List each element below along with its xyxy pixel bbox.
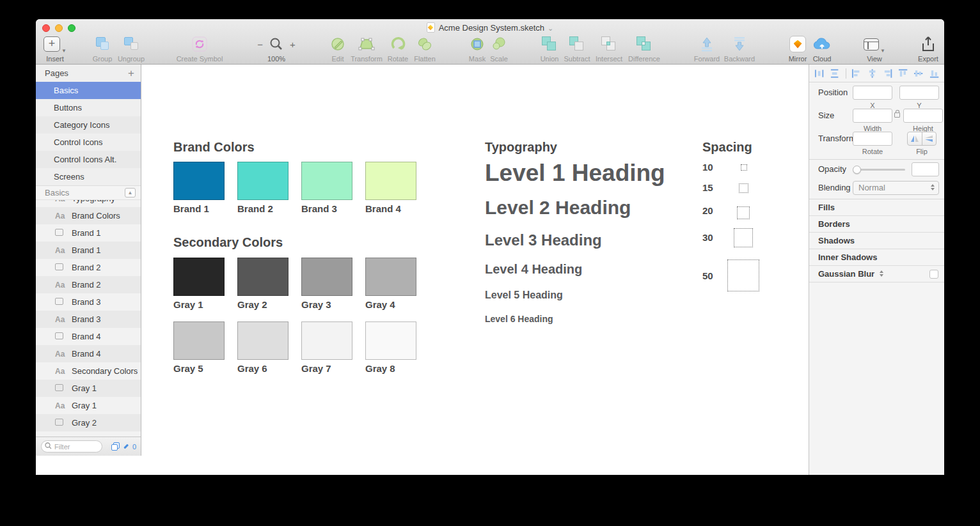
text-layer-icon: Aa — [55, 246, 67, 255]
page-item-screens[interactable]: Screens — [36, 168, 141, 185]
flip-buttons[interactable] — [907, 132, 937, 146]
layer-row[interactable]: Brand 4 — [36, 328, 141, 345]
swatch-cell[interactable]: Gray 7 — [301, 321, 354, 374]
page-item-control-icons-alt[interactable]: Control Icons Alt. — [36, 151, 141, 168]
cloud-button[interactable]: Cloud — [799, 35, 845, 63]
swatch-cell[interactable]: Gray 8 — [365, 321, 418, 374]
level-5-heading[interactable]: Level 5 Heading — [485, 290, 563, 301]
page-item-basics[interactable]: Basics — [36, 82, 141, 99]
transform-row: Transform Rotate Flip — [809, 132, 944, 159]
title-chevron-icon[interactable]: ⌄ — [548, 24, 553, 32]
swatch-cell[interactable]: Gray 4 — [365, 258, 418, 310]
opacity-slider-knob[interactable] — [853, 166, 861, 174]
page-item-buttons[interactable]: Buttons — [36, 99, 141, 116]
position-y-input[interactable] — [899, 86, 939, 100]
layer-row[interactable]: Brand 2 — [36, 259, 141, 276]
layer-row[interactable]: Gray 2 — [36, 414, 141, 431]
lock-aspect-icon[interactable] — [894, 112, 900, 118]
layer-row[interactable]: AaBrand 2 — [36, 276, 141, 293]
blending-select[interactable]: Normal — [853, 181, 939, 195]
swatch-cell[interactable]: Brand 3 — [301, 162, 354, 214]
flip-horizontal-icon[interactable] — [908, 132, 922, 145]
export-button[interactable]: Export — [905, 35, 944, 63]
layer-row[interactable]: AaSecondary Colors — [36, 362, 141, 380]
zoom-out-button[interactable]: − — [257, 39, 263, 50]
swatch-cell[interactable]: Brand 2 — [237, 162, 290, 214]
collapse-artboard-icon[interactable]: ▲ — [125, 188, 136, 197]
show-slices-icon[interactable] — [111, 442, 117, 451]
swatch-cell[interactable]: Gray 3 — [301, 258, 354, 310]
borders-section[interactable]: Borders — [809, 216, 944, 233]
distribute-horizontally-icon[interactable] — [814, 68, 824, 79]
swatch-cell[interactable]: Brand 1 — [173, 162, 226, 214]
swatch-cell[interactable]: Gray 1 — [173, 258, 226, 310]
canvas-artboard[interactable]: Brand Colors Brand 1 Brand 2 Brand 3 Bra… — [142, 65, 809, 475]
layer-row[interactable]: AaGray 1 — [36, 397, 141, 414]
position-x-input[interactable] — [853, 86, 892, 100]
app-window: Acme Design System.sketch⌄ +▼ Insert Gro… — [36, 19, 944, 475]
shadows-section[interactable]: Shadows — [809, 233, 944, 249]
opacity-slider[interactable] — [854, 169, 905, 171]
layer-row[interactable]: AaBrand 3 — [36, 311, 141, 328]
width-input[interactable] — [853, 109, 892, 123]
flip-vertical-icon[interactable] — [922, 132, 937, 145]
add-page-button[interactable]: + — [128, 67, 134, 80]
distribute-vertically-icon[interactable] — [830, 68, 839, 79]
layer-row[interactable]: Gray 1 — [36, 380, 141, 397]
swatch-cell[interactable]: Gray 5 — [173, 321, 226, 374]
swatch-cell[interactable]: Gray 6 — [237, 321, 290, 374]
level-1-heading[interactable]: Level 1 Heading — [485, 160, 665, 187]
gray-2-swatch — [237, 258, 288, 296]
flatten-button[interactable]: Flatten — [402, 35, 448, 63]
level-6-heading[interactable]: Level 6 Heading — [485, 314, 553, 324]
difference-button[interactable]: Difference — [621, 35, 667, 63]
scale-button[interactable]: Scale — [476, 35, 522, 63]
view-button[interactable]: ▼ View — [851, 35, 897, 63]
symbol-recycle-icon — [192, 35, 207, 54]
shape-layer-icon — [55, 383, 67, 393]
level-4-heading[interactable]: Level 4 Heading — [485, 262, 582, 277]
level-2-heading[interactable]: Level 2 Heading — [485, 197, 631, 219]
spacing-box-15[interactable] — [739, 183, 748, 193]
pencil-icon[interactable] — [123, 444, 128, 449]
create-symbol-button[interactable]: Create Symbol — [177, 35, 223, 63]
align-top-icon[interactable] — [898, 68, 908, 79]
layer-row-clipped-top[interactable]: Aa Typography — [36, 200, 141, 207]
zoom-in-button[interactable]: + — [290, 39, 296, 50]
backward-button[interactable]: Backward — [716, 35, 763, 63]
magnifier-icon[interactable] — [269, 37, 283, 51]
layer-row[interactable]: Brand 3 — [36, 293, 141, 311]
layer-row[interactable]: AaBrand Colors — [36, 207, 141, 224]
flatten-icon — [416, 35, 433, 54]
align-bottom-icon[interactable] — [929, 68, 939, 79]
align-right-icon[interactable] — [883, 68, 892, 79]
blur-type-chevrons-icon[interactable] — [880, 270, 883, 277]
page-item-category-icons[interactable]: Category Icons — [36, 116, 141, 134]
opacity-input[interactable] — [912, 162, 939, 176]
spacing-box-30[interactable] — [734, 228, 753, 247]
inner-shadows-section[interactable]: Inner Shadows — [809, 249, 944, 266]
spacing-value: 10 — [702, 162, 713, 173]
align-middle-vertical-icon[interactable] — [913, 68, 923, 79]
spacing-box-50[interactable] — [727, 259, 759, 291]
gaussian-blur-checkbox[interactable] — [929, 270, 938, 279]
swatch-cell[interactable]: Gray 2 — [237, 258, 290, 310]
height-input[interactable] — [903, 109, 943, 123]
layer-row[interactable]: AaBrand 4 — [36, 345, 141, 362]
align-center-horizontal-icon[interactable] — [867, 68, 877, 79]
text-layer-icon: Aa — [55, 367, 67, 376]
insert-button[interactable]: +▼ Insert — [36, 35, 78, 63]
gaussian-blur-section[interactable]: Gaussian Blur — [809, 266, 944, 282]
fills-section[interactable]: Fills — [809, 199, 944, 216]
spacing-box-10[interactable] — [741, 164, 747, 171]
align-left-icon[interactable] — [851, 68, 861, 79]
ungroup-button[interactable]: Ungroup — [108, 35, 154, 63]
level-3-heading[interactable]: Level 3 Heading — [485, 231, 602, 249]
rotate-input[interactable] — [853, 132, 892, 146]
cloud-upload-icon — [812, 35, 832, 54]
swatch-cell[interactable]: Brand 4 — [365, 162, 418, 214]
spacing-box-20[interactable] — [737, 206, 750, 219]
page-item-control-icons[interactable]: Control Icons — [36, 134, 141, 151]
layer-row[interactable]: Brand 1 — [36, 224, 141, 242]
layer-row[interactable]: AaBrand 1 — [36, 242, 141, 259]
